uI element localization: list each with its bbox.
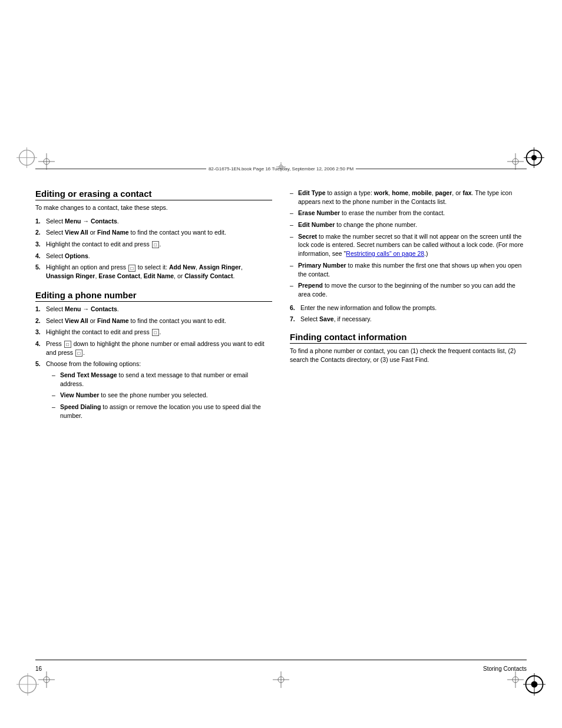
dash-r-6: –	[290, 281, 296, 298]
step-2-erasing: 2. Select View All or Find Name to find …	[35, 228, 272, 237]
footer-rule	[35, 660, 527, 660]
step-num-7: 7.	[290, 315, 298, 324]
registration-circle-bottom-left	[16, 673, 39, 696]
phone-step-content-1: Select Menu → Contacts.	[46, 305, 272, 314]
dash-edit-type-content: Edit Type to assign a type: work, home, …	[298, 189, 527, 206]
right-dash-list: – Edit Type to assign a type: work, home…	[290, 189, 527, 299]
classify-contact-bold: Classify Contact	[184, 272, 233, 279]
dash-1: –	[52, 371, 58, 388]
section-intro-finding: To find a phone number or contact, you c…	[290, 347, 527, 364]
options-dash-list: – Send Text Message to send a text messa…	[52, 371, 272, 420]
findname-bold-2: Find Name	[97, 317, 129, 324]
section-heading-editing-phone: Editing a phone number	[35, 290, 272, 302]
steps-end-list: 6. Enter the new information and follow …	[290, 304, 527, 324]
phone-step-num-3: 3.	[35, 328, 44, 337]
phone-step-num-1: 1.	[35, 305, 44, 314]
ok-button-icon-2: □	[128, 265, 135, 272]
left-column: Editing or erasing a contact To make cha…	[35, 189, 272, 657]
erase-number-bold: Erase Number	[298, 209, 340, 216]
header-line-left	[35, 169, 206, 169]
nav-icon: □	[64, 341, 71, 348]
dash-edit-type: – Edit Type to assign a type: work, home…	[290, 189, 527, 206]
registration-circle-top-left	[16, 147, 37, 168]
phone-step-num-5: 5.	[35, 360, 44, 423]
step-num-6: 6.	[290, 304, 298, 312]
header-line-right	[356, 169, 527, 169]
mobile-bold: mobile	[412, 189, 432, 196]
primary-number-bold: Primary Number	[298, 262, 346, 269]
dash-r-4: –	[290, 232, 296, 258]
step-4-erasing: 4. Select Options.	[35, 252, 272, 261]
send-text-bold: Send Text Message	[60, 371, 117, 378]
step-content-7: Select Save, if necessary.	[300, 315, 527, 324]
dash-r-5: –	[290, 261, 296, 278]
fax-bold: fax	[462, 189, 471, 196]
step-content-3: Highlight the contact to edit and press …	[46, 240, 272, 249]
dash-r-3: –	[290, 220, 296, 229]
section-intro-editing-erasing: To make changes to a contact, take these…	[35, 203, 272, 212]
step-num-3: 3.	[35, 240, 44, 249]
phone-step-5: 5. Choose from the following options: – …	[35, 360, 272, 423]
step-num-1: 1.	[35, 217, 44, 226]
contacts-bold: Contacts	[91, 218, 117, 225]
registration-circle-top-right	[524, 147, 544, 168]
phone-step-2: 2. Select View All or Find Name to find …	[35, 317, 272, 325]
view-number-bold: View Number	[60, 391, 99, 398]
viewall-bold-2: View All	[65, 317, 88, 324]
crosshair-bottom-center	[273, 671, 289, 688]
step-content-1: Select Menu → Contacts.	[46, 217, 272, 226]
prepend-bold: Prepend	[298, 282, 323, 289]
dash-prepend-content: Prepend to move the cursor to the beginn…	[298, 281, 527, 298]
steps-list-editing-phone: 1. Select Menu → Contacts. 2. Select Vie…	[35, 305, 272, 423]
menu-bold-2: Menu	[65, 305, 81, 312]
dash-secret-content: Secret to make the number secret so that…	[298, 232, 527, 258]
section-heading-editing-erasing: Editing or erasing a contact	[35, 189, 272, 200]
section-editing-phone: Editing a phone number 1. Select Menu → …	[35, 290, 272, 423]
viewall-bold: View All	[65, 229, 88, 236]
ok-icon-4: □	[75, 350, 82, 357]
right-column: – Edit Type to assign a type: work, home…	[290, 189, 527, 657]
dash-edit-number: – Edit Number to change the phone number…	[290, 220, 527, 229]
option-speed-dialing-content: Speed Dialing to assign or remove the lo…	[60, 403, 272, 420]
findname-bold: Find Name	[97, 229, 129, 236]
step-content-4: Select Options.	[46, 252, 272, 261]
save-bold: Save	[319, 315, 334, 322]
step-num-4: 4.	[35, 252, 44, 261]
phone-step-num-2: 2.	[35, 317, 44, 325]
step-1-erasing: 1. Select Menu → Contacts.	[35, 217, 272, 226]
step-content-6: Enter the new information and follow the…	[300, 304, 527, 312]
dash-edit-number-content: Edit Number to change the phone number.	[298, 220, 417, 229]
section-finding-contact: Finding contact information To find a ph…	[290, 332, 527, 364]
step-6: 6. Enter the new information and follow …	[290, 304, 527, 312]
options-bold: Options	[65, 252, 88, 259]
dash-primary-number-content: Primary Number to make this number the f…	[298, 261, 527, 278]
speed-dialing-bold: Speed Dialing	[60, 403, 101, 410]
addnew-bold: Add New	[169, 263, 196, 271]
menu-bold: Menu	[65, 218, 81, 225]
option-speed-dialing: – Speed Dialing to assign or remove the …	[52, 403, 272, 420]
dash-erase-number: – Erase Number to erase the number from …	[290, 209, 527, 218]
phone-step-content-3: Highlight the contact to edit and press …	[46, 328, 272, 337]
secret-bold: Secret	[298, 233, 317, 240]
restricting-calls-link[interactable]: Restricting calls" on page 28	[346, 250, 424, 257]
ok-icon-3: □	[152, 329, 159, 336]
option-send-text-content: Send Text Message to send a text message…	[60, 371, 272, 388]
edit-type-bold: Edit Type	[298, 189, 325, 196]
assign-ringer-bold: Assign Ringer	[199, 263, 241, 271]
dash-prepend: – Prepend to move the cursor to the begi…	[290, 281, 527, 298]
section-heading-finding: Finding contact information	[290, 332, 527, 344]
home-bold: home	[392, 189, 408, 196]
phone-step-4: 4. Press □ down to highlight the phone n…	[35, 340, 272, 357]
phone-step-content-5: Choose from the following options: – Sen…	[46, 360, 272, 423]
option-send-text: – Send Text Message to send a text messa…	[52, 371, 272, 388]
crosshair-header-center	[276, 162, 286, 172]
ok-button-icon: □	[152, 241, 159, 248]
unassign-ringer-bold: Unassign Ringer	[46, 272, 95, 279]
phone-step-content-4: Press □ down to highlight the phone numb…	[46, 340, 272, 357]
erase-contact-bold: Erase Contact	[98, 272, 140, 279]
phone-step-num-4: 4.	[35, 340, 44, 357]
edit-name-bold: Edit Name	[144, 272, 174, 279]
dash-erase-number-content: Erase Number to erase the number from th…	[298, 209, 445, 218]
phone-step-3: 3. Highlight the contact to edit and pre…	[35, 328, 272, 337]
dash-2: –	[52, 391, 58, 400]
